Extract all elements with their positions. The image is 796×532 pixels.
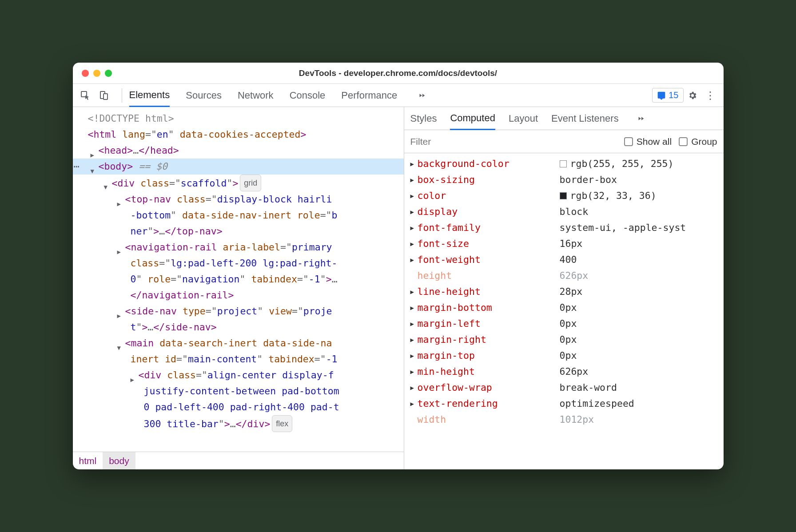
dom-node-selected[interactable]: ⋯▼<body> == $0 (73, 159, 404, 175)
dom-node[interactable]: <!DOCTYPE html> (73, 111, 404, 127)
property-row[interactable]: ▶overflow-wrapbreak-word (404, 380, 724, 396)
inspect-icon[interactable] (77, 87, 93, 103)
dom-node[interactable]: class="lg:pad-left-200 lg:pad-right- (73, 255, 404, 271)
property-row[interactable]: ▶font-familysystem-ui, -apple-syst (404, 220, 724, 236)
property-name: line-height (418, 284, 560, 300)
breadcrumbs: html body (73, 452, 404, 469)
property-name: margin-right (418, 332, 560, 348)
dom-node[interactable]: t">…</side-nav> (73, 319, 404, 335)
tab-console[interactable]: Console (290, 84, 326, 107)
property-value: 1012px (560, 412, 594, 428)
property-row[interactable]: ▶font-weight400 (404, 252, 724, 268)
styles-sidebar: Styles Computed Layout Event Listeners S… (404, 107, 724, 469)
dom-node[interactable]: </navigation-rail> (73, 287, 404, 303)
property-value: optimizespeed (560, 396, 634, 412)
dom-node[interactable]: ▶<div class="align-center display-f (73, 367, 404, 383)
property-name: display (418, 204, 560, 220)
property-row[interactable]: ▶margin-left0px (404, 316, 724, 332)
property-name: box-sizing (418, 172, 560, 188)
property-value: 16px (560, 236, 583, 252)
tab-network[interactable]: Network (238, 84, 274, 107)
property-row[interactable]: ▶background-colorrgb(255, 255, 255) (404, 156, 724, 172)
property-row[interactable]: ▶text-renderingoptimizespeed (404, 396, 724, 412)
titlebar: DevTools - developer.chrome.com/docs/dev… (73, 63, 724, 84)
tab-layout[interactable]: Layout (509, 107, 538, 130)
more-tabs-icon[interactable] (413, 87, 431, 104)
property-name: color (418, 188, 560, 204)
color-swatch-icon[interactable] (560, 160, 567, 167)
property-value: 0px (560, 332, 577, 348)
property-name: font-weight (418, 252, 560, 268)
property-value: block (560, 204, 589, 220)
more-tabs-icon[interactable] (632, 110, 650, 127)
dom-node[interactable]: ▶<navigation-rail aria-label="primary (73, 239, 404, 255)
group-checkbox[interactable]: Group (679, 136, 717, 147)
dom-node[interactable]: 0" role="navigation" tabindex="-1">… (73, 271, 404, 287)
computed-properties: ▶background-colorrgb(255, 255, 255)▶box-… (404, 153, 724, 469)
device-toggle-icon[interactable] (96, 87, 112, 103)
color-swatch-icon[interactable] (560, 192, 567, 199)
dom-node[interactable]: 0 pad-left-400 pad-right-400 pad-t (73, 399, 404, 415)
property-value: 400 (560, 252, 577, 268)
dom-node[interactable]: inert id="main-content" tabindex="-1 (73, 351, 404, 367)
settings-icon[interactable] (684, 87, 701, 104)
property-row[interactable]: height626px (404, 268, 724, 284)
crumb-html[interactable]: html (73, 452, 103, 469)
property-row[interactable]: ▶box-sizingborder-box (404, 172, 724, 188)
property-row[interactable]: ▶line-height28px (404, 284, 724, 300)
window-title: DevTools - developer.chrome.com/docs/dev… (73, 68, 724, 78)
dom-node[interactable]: ▶<top-nav class="display-block hairli (73, 191, 404, 207)
property-value: border-box (560, 172, 617, 188)
property-row[interactable]: ▶min-height626px (404, 364, 724, 380)
property-value: 0px (560, 316, 577, 332)
dom-node[interactable]: <html lang="en" data-cookies-accepted> (73, 127, 404, 143)
property-value: 626px (560, 268, 589, 284)
tab-styles[interactable]: Styles (410, 107, 437, 130)
property-row[interactable]: ▶font-size16px (404, 236, 724, 252)
main-toolbar: Elements Sources Network Console Perform… (73, 84, 724, 107)
property-row[interactable]: ▶displayblock (404, 204, 724, 220)
devtools-window: DevTools - developer.chrome.com/docs/dev… (73, 63, 724, 469)
property-row[interactable]: ▶margin-bottom0px (404, 300, 724, 316)
elements-panel: <!DOCTYPE html> <html lang="en" data-coo… (73, 107, 404, 469)
property-name: background-color (418, 156, 560, 172)
tab-elements[interactable]: Elements (129, 84, 170, 107)
property-name: min-height (418, 364, 560, 380)
show-all-checkbox[interactable]: Show all (624, 136, 672, 147)
property-value: rgb(32, 33, 36) (560, 188, 657, 204)
property-value: rgb(255, 255, 255) (560, 156, 674, 172)
grid-badge[interactable]: grid (240, 175, 261, 191)
property-value: 626px (560, 364, 589, 380)
property-row[interactable]: ▶margin-top0px (404, 348, 724, 364)
crumb-body[interactable]: body (103, 452, 135, 469)
dom-tree[interactable]: <!DOCTYPE html> <html lang="en" data-coo… (73, 107, 404, 452)
dom-node[interactable]: ner">…</top-nav> (73, 223, 404, 239)
filter-input[interactable] (410, 136, 617, 147)
dom-node[interactable]: ▶<head>…</head> (73, 143, 404, 159)
dom-node[interactable]: ▶<side-nav type="project" view="proje (73, 303, 404, 319)
property-name: text-rendering (418, 396, 560, 412)
issues-badge[interactable]: 15 (652, 88, 683, 103)
minimize-icon[interactable] (93, 70, 100, 77)
tab-computed[interactable]: Computed (450, 107, 495, 130)
tab-sources[interactable]: Sources (186, 84, 222, 107)
property-row[interactable]: ▶colorrgb(32, 33, 36) (404, 188, 724, 204)
close-icon[interactable] (82, 70, 89, 77)
dom-node[interactable]: justify-content-between pad-bottom (73, 383, 404, 399)
dom-node[interactable]: 300 title-bar">…</div>flex (73, 415, 404, 432)
property-name: width (418, 412, 560, 428)
maximize-icon[interactable] (105, 70, 112, 77)
property-name: margin-bottom (418, 300, 560, 316)
tab-event-listeners[interactable]: Event Listeners (551, 107, 619, 130)
more-menu-icon[interactable]: ⋮ (701, 87, 719, 104)
property-row[interactable]: width1012px (404, 412, 724, 428)
property-name: height (418, 268, 560, 284)
dom-node[interactable]: -bottom" data-side-nav-inert role="b (73, 207, 404, 223)
property-row[interactable]: ▶margin-right0px (404, 332, 724, 348)
tab-performance[interactable]: Performance (341, 84, 397, 107)
dom-node[interactable]: ▼<div class="scaffold">grid (73, 175, 404, 191)
dom-node[interactable]: ▼<main data-search-inert data-side-na (73, 335, 404, 351)
property-name: margin-top (418, 348, 560, 364)
panel-tabs: Elements Sources Network Console Perform… (129, 84, 431, 107)
flex-badge[interactable]: flex (272, 415, 292, 432)
